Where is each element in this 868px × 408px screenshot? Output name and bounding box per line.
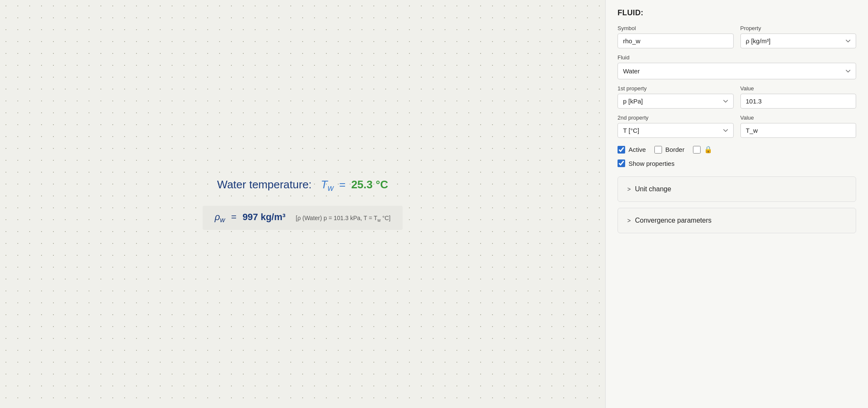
left-panel: Water temperature: Tw = 25.3 °C ρw = 997…	[0, 0, 605, 408]
prop1-select[interactable]: p [kPa] T [°C] h [kJ/kg]	[618, 94, 734, 109]
prop2-value-input[interactable]: T_w	[740, 123, 857, 138]
options-row: Active Border 🔒	[618, 145, 856, 154]
unit-change-label: Unit change	[635, 185, 671, 193]
symbol-group: Symbol rho_w	[618, 25, 734, 48]
result-equals: =	[231, 212, 236, 222]
convergence-label: Convergence parameters	[635, 217, 712, 224]
right-panel: FLUID: Symbol rho_w Property ρ [kg/m³] μ…	[605, 0, 868, 408]
symbol-label: Symbol	[618, 25, 734, 31]
property-select[interactable]: ρ [kg/m³] μ [Pa·s] k [W/(m·K)] cp [J/(kg…	[740, 34, 857, 48]
prop1-row: 1st property p [kPa] T [°C] h [kJ/kg] Va…	[618, 85, 856, 109]
border-checkbox[interactable]	[654, 146, 662, 154]
lock-icon: 🔒	[704, 145, 712, 154]
unit-change-header[interactable]: > Unit change	[618, 177, 856, 201]
convergence-header[interactable]: > Convergence parameters	[618, 208, 856, 233]
fluid-select[interactable]: Water Air Oil Steam	[618, 63, 856, 79]
formula-title-var: Tw	[321, 178, 337, 191]
prop1-value-input[interactable]: 101.3	[740, 94, 857, 109]
prop1-label: 1st property	[618, 85, 734, 92]
formula-title-value: 25.3 °C	[351, 178, 388, 191]
result-value: 997 kg/m³	[242, 212, 286, 222]
prop1-value-group: Value 101.3	[740, 85, 857, 109]
formula-title-prefix: Water temperature:	[217, 178, 312, 191]
lock-checkbox-item[interactable]: 🔒	[693, 145, 712, 154]
fluid-group: Fluid Water Air Oil Steam	[618, 54, 856, 79]
prop2-label: 2nd property	[618, 115, 734, 121]
prop2-group: 2nd property T [°C] p [kPa] h [kJ/kg]	[618, 115, 734, 138]
prop2-value-group: Value T_w	[740, 115, 857, 138]
show-props-row: Show properties	[618, 159, 856, 167]
section-title: FLUID:	[618, 8, 856, 17]
fluid-label: Fluid	[618, 54, 856, 61]
prop2-row: 2nd property T [°C] p [kPa] h [kJ/kg] Va…	[618, 115, 856, 138]
prop2-select[interactable]: T [°C] p [kPa] h [kJ/kg]	[618, 123, 734, 138]
property-group: Property ρ [kg/m³] μ [Pa·s] k [W/(m·K)] …	[740, 25, 857, 48]
unit-change-collapsible[interactable]: > Unit change	[618, 176, 856, 202]
border-checkbox-item[interactable]: Border	[654, 146, 684, 154]
formula-result: ρw = 997 kg/m³ [ρ (Water) p = 101.3 kPa,…	[203, 206, 402, 230]
prop1-group: 1st property p [kPa] T [°C] h [kJ/kg]	[618, 85, 734, 109]
result-desc: [ρ (Water) p = 101.3 kPa, T = Tw °C]	[296, 215, 391, 221]
convergence-chevron-icon: >	[627, 217, 631, 224]
show-props-label[interactable]: Show properties	[629, 160, 674, 167]
symbol-input[interactable]: rho_w	[618, 34, 734, 48]
formula-title: Water temperature: Tw = 25.3 °C	[217, 178, 388, 193]
border-label[interactable]: Border	[665, 146, 684, 153]
prop1-value-label: Value	[740, 85, 857, 92]
active-checkbox-item[interactable]: Active	[618, 146, 646, 154]
result-var: ρw	[214, 212, 228, 222]
formula-title-equals: =	[339, 178, 345, 191]
symbol-property-row: Symbol rho_w Property ρ [kg/m³] μ [Pa·s]…	[618, 25, 856, 48]
convergence-collapsible[interactable]: > Convergence parameters	[618, 208, 856, 233]
active-checkbox[interactable]	[618, 146, 625, 154]
lock-checkbox[interactable]	[693, 146, 701, 154]
property-label: Property	[740, 25, 857, 31]
show-props-checkbox[interactable]	[618, 159, 625, 167]
unit-change-chevron-icon: >	[627, 186, 631, 193]
prop2-value-label: Value	[740, 115, 857, 121]
active-label[interactable]: Active	[629, 146, 646, 153]
